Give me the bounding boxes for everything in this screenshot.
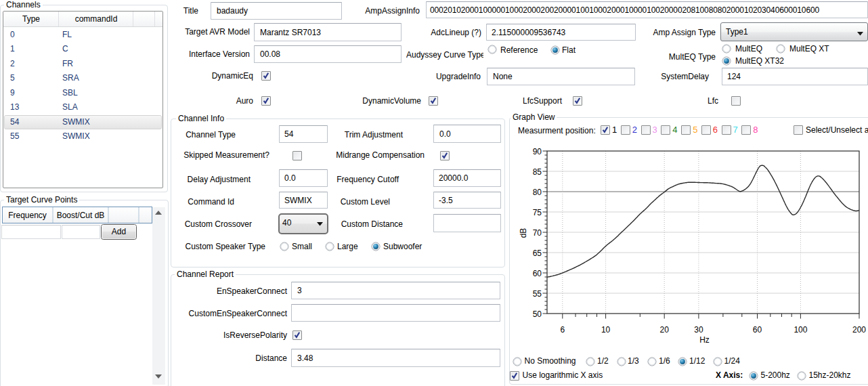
svg-text:85: 85 [533,167,542,177]
svg-text:6: 6 [560,325,565,335]
svg-text:75: 75 [533,208,542,217]
svg-text:65: 65 [533,249,542,258]
svg-text:60: 60 [753,325,762,335]
svg-text:Hz: Hz [699,335,710,345]
svg-text:30: 30 [694,325,703,335]
svg-text:10: 10 [601,325,611,335]
svg-text:80: 80 [533,188,542,197]
svg-text:70: 70 [533,228,542,238]
svg-text:100: 100 [794,325,807,335]
svg-text:20: 20 [660,325,670,335]
svg-text:55: 55 [533,289,542,299]
svg-text:60: 60 [533,269,542,278]
svg-text:50: 50 [533,309,542,319]
svg-text:90: 90 [533,147,542,156]
svg-text:dB: dB [519,228,528,238]
svg-text:200: 200 [852,325,866,335]
